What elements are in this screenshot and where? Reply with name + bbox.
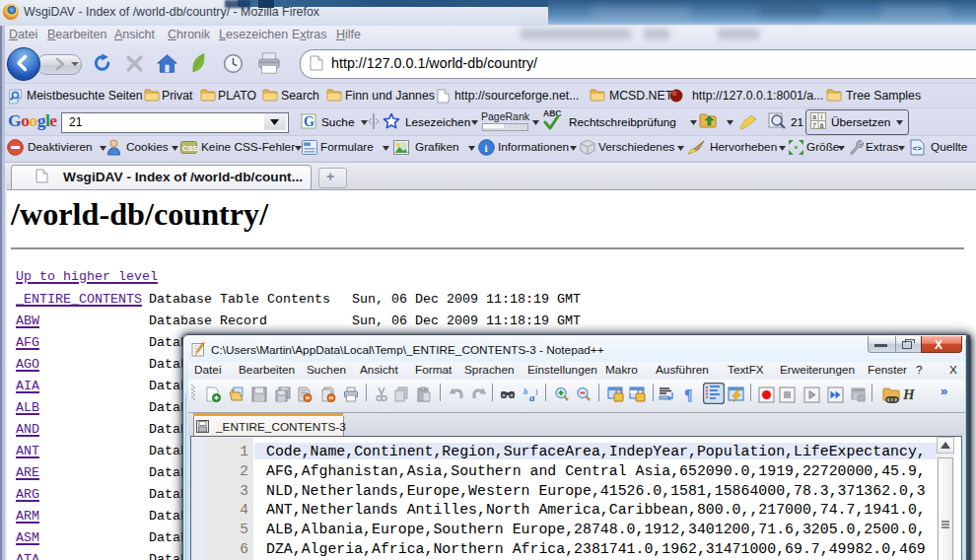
svg-text:¶: ¶ [684, 386, 693, 402]
svg-text:a: a [529, 391, 535, 402]
svg-text:G: G [304, 114, 314, 129]
svg-text:i: i [485, 142, 488, 154]
svg-text:CSS: CSS [182, 144, 197, 153]
svg-text:<>: <> [913, 144, 923, 153]
svg-text:7: 7 [812, 122, 816, 129]
svg-text:a: a [812, 113, 816, 120]
svg-text:í: í [821, 113, 823, 120]
svg-text:ä: ä [820, 122, 824, 129]
svg-text:H: H [903, 386, 916, 401]
svg-text:b: b [523, 386, 528, 396]
